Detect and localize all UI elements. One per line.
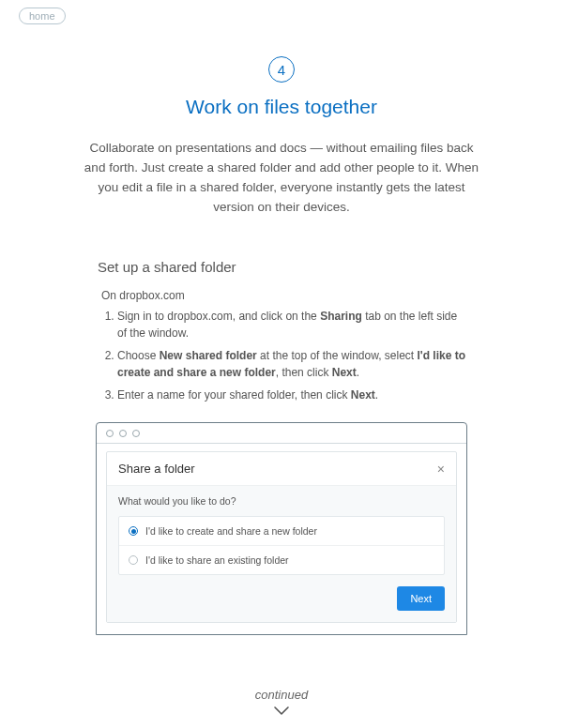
continued-label: continued [0,688,563,702]
option-label: I'd like to create and share a new folde… [145,525,317,537]
dialog-prompt: What would you like to do? [118,495,445,507]
close-icon[interactable]: × [437,463,445,476]
next-button[interactable]: Next [397,586,445,611]
on-site-label: On dropbox.com [101,287,469,304]
option-create-new[interactable]: I'd like to create and share a new folde… [119,517,444,546]
step-number-badge: 4 [268,56,295,83]
intro-paragraph: Collaborate on presentations and docs — … [83,139,480,218]
share-folder-dialog-illustration: Share a folder × What would you like to … [96,422,467,635]
window-titlebar [97,423,466,444]
home-button[interactable]: home [19,8,66,24]
radio-selected-icon [129,526,138,536]
option-label: I'd like to share an existing folder [145,554,289,566]
step-1: Sign in to dropbox.com, and click on the… [117,308,469,341]
page-title: Work on files together [0,96,563,118]
radio-unselected-icon [129,555,138,565]
step-3: Enter a name for your shared folder, the… [117,387,469,403]
option-list: I'd like to create and share a new folde… [118,516,445,575]
instruction-steps: On dropbox.com Sign in to dropbox.com, a… [101,287,469,409]
window-dot-icon [132,430,140,437]
chevron-down-icon[interactable] [273,704,290,720]
section-heading: Set up a shared folder [98,259,236,275]
window-dot-icon [106,430,114,437]
window-dot-icon [119,430,127,437]
option-share-existing[interactable]: I'd like to share an existing folder [119,546,444,574]
dialog-title: Share a folder [118,462,195,476]
step-2: Choose New shared folder at the top of t… [117,347,469,381]
